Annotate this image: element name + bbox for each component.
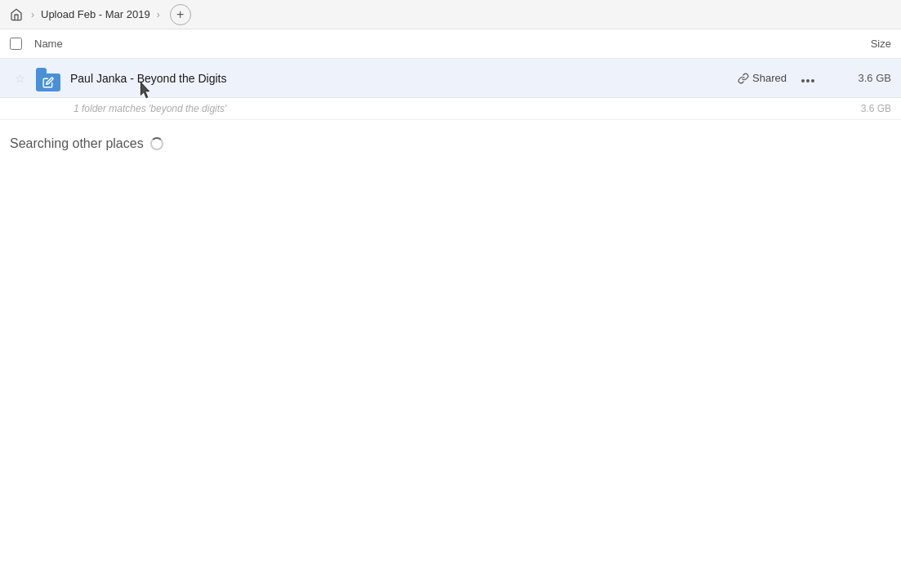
add-button[interactable]: + <box>170 4 191 25</box>
folder-icon-col <box>34 65 64 91</box>
star-col: ☆ <box>10 72 29 85</box>
file-size: 3.6 GB <box>826 72 891 84</box>
star-icon[interactable]: ☆ <box>15 72 25 85</box>
column-header-row: Name Size <box>0 29 901 59</box>
searching-label: Searching other places <box>10 136 891 151</box>
searching-text: Searching other places <box>10 136 144 151</box>
match-note-size: 3.6 GB <box>826 103 891 114</box>
select-all-checkbox[interactable] <box>10 38 22 50</box>
folder-icon <box>36 65 62 91</box>
breadcrumb-end-chevron: › <box>157 9 160 20</box>
breadcrumb-bar: › Upload Feb - Mar 2019 › + <box>0 0 901 29</box>
size-column-header: Size <box>810 38 891 50</box>
header-checkbox-col <box>10 38 34 50</box>
breadcrumb-chevron: › <box>31 9 34 20</box>
searching-section: Searching other places <box>0 120 901 151</box>
link-icon <box>738 73 749 84</box>
breadcrumb-label: Upload Feb - Mar 2019 <box>41 8 150 20</box>
loading-spinner <box>150 137 163 150</box>
ellipsis-icon <box>801 71 815 86</box>
more-options-button[interactable] <box>796 67 819 90</box>
file-name: Paul Janka - Beyond the Digits <box>70 72 738 85</box>
shared-badge: Shared <box>738 72 787 84</box>
match-note-text: 1 folder matches 'beyond the digits' <box>74 103 826 114</box>
file-row[interactable]: ☆ Paul Janka - Beyond the Digits Shared … <box>0 59 901 98</box>
home-button[interactable] <box>8 7 25 23</box>
match-note-row: 1 folder matches 'beyond the digits' 3.6… <box>0 98 901 120</box>
shared-label: Shared <box>752 72 787 84</box>
name-column-header: Name <box>34 38 810 50</box>
